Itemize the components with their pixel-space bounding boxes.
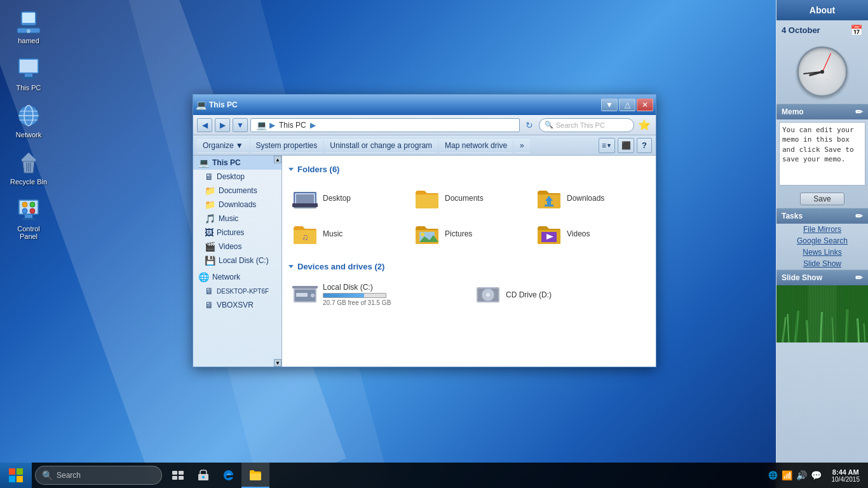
- pictures-folder-icon: [414, 221, 440, 247]
- desktop-icon-this-pc[interactable]: This PC: [6, 53, 51, 94]
- nav-item-documents[interactable]: 📁 Documents: [193, 184, 281, 198]
- desktop-folder-label: Desktop: [323, 194, 351, 203]
- recent-locations-button[interactable]: ▼: [233, 118, 248, 132]
- folder-item-desktop[interactable]: Desktop: [288, 183, 405, 214]
- folder-item-downloads[interactable]: Downloads: [532, 183, 649, 214]
- control-panel-icon: [16, 197, 41, 222]
- window-minimize-button[interactable]: ▼: [601, 98, 618, 111]
- folders-section-header: Folders (6): [288, 162, 649, 177]
- window-maximize-button[interactable]: △: [619, 98, 635, 111]
- folders-section-title[interactable]: Folders (6): [297, 165, 339, 174]
- slideshow-settings-icon[interactable]: ✏: [855, 273, 863, 283]
- help-button[interactable]: ?: [637, 138, 652, 153]
- forward-button[interactable]: ▶: [215, 118, 230, 132]
- search-box[interactable]: 🔍 Search This PC: [539, 118, 634, 132]
- refresh-button[interactable]: ↻: [522, 118, 536, 132]
- folder-item-music[interactable]: ♫ Music: [288, 219, 405, 249]
- task-view-button[interactable]: [165, 463, 191, 488]
- task-file-mirrors[interactable]: File Mirrors: [776, 224, 868, 235]
- nav-item-desktop[interactable]: 🖥 Desktop: [193, 170, 281, 184]
- nav-item-network[interactable]: 🌐 Network: [193, 270, 281, 284]
- nav-scroll-down-button[interactable]: ▼: [274, 359, 281, 367]
- edge-button[interactable]: [216, 463, 241, 488]
- taskbar-right: 🌐 📶 🔊 💬 8:44 AM 10/4/2015: [763, 468, 869, 483]
- store-button[interactable]: [191, 463, 216, 488]
- desktop-icon-network[interactable]: Network: [6, 100, 51, 141]
- folder-item-documents[interactable]: Documents: [410, 183, 527, 214]
- address-path[interactable]: 💻 ▶ This PC ▶: [250, 118, 520, 132]
- favorites-button[interactable]: ⭐: [637, 118, 652, 132]
- nav-item-vboxsvr[interactable]: 🖥 VBOXSVR: [193, 298, 281, 312]
- svg-point-22: [22, 208, 27, 214]
- preview-pane-button[interactable]: ⬛: [618, 138, 634, 153]
- svg-line-58: [821, 312, 822, 342]
- nav-item-desktop-computer[interactable]: 🖥 DESKTOP-KPT6F: [193, 284, 281, 298]
- system-properties-button[interactable]: System properties: [250, 138, 323, 153]
- organize-button[interactable]: Organize ▼: [197, 138, 249, 153]
- svg-line-59: [832, 317, 834, 342]
- taskbar-search-box[interactable]: 🔍 Search: [35, 466, 162, 485]
- system-clock[interactable]: 8:44 AM 10/4/2015: [827, 468, 865, 483]
- memo-save-label: Save: [813, 194, 831, 203]
- widget-about: About 4 October 📅: [776, 0, 868, 104]
- uninstall-button[interactable]: Uninstall or change a program: [324, 138, 438, 153]
- desktop-icon-recycle-bin[interactable]: Recycle Bin: [6, 147, 51, 188]
- nav-item-downloads[interactable]: 📁 Downloads: [193, 198, 281, 212]
- more-button[interactable]: »: [514, 138, 530, 153]
- nav-item-this-pc[interactable]: 💻 This PC: [193, 156, 281, 170]
- folders-grid: Desktop Documents: [288, 183, 649, 249]
- tasks-edit-icon[interactable]: ✏: [855, 211, 863, 221]
- network-tray-icon[interactable]: 📶: [782, 470, 792, 480]
- uninstall-label: Uninstall or change a program: [330, 141, 432, 150]
- change-view-button[interactable]: ≡ ▼: [599, 138, 615, 153]
- nav-item-local-disk-c[interactable]: 💾 Local Disk (C:): [193, 254, 281, 268]
- address-this-pc: This PC: [279, 121, 306, 130]
- widget-date: 4 October 📅: [776, 20, 868, 40]
- nav-item-label-network: Network: [212, 273, 240, 281]
- nav-item-videos[interactable]: 🎬 Videos: [193, 240, 281, 254]
- drives-grid: Local Disk (C:) 20.7 GB free of 31.5 GB: [288, 280, 649, 309]
- desktop-icon-hamed[interactable]: hamed: [6, 6, 51, 47]
- map-network-button[interactable]: Map network drive: [439, 138, 513, 153]
- task-news-links[interactable]: News Links: [776, 247, 868, 258]
- task-slide-show[interactable]: Slide Show: [776, 258, 868, 269]
- file-explorer-taskbar-button[interactable]: [241, 463, 269, 488]
- window-close-button[interactable]: ✕: [637, 98, 653, 111]
- nav-item-pictures[interactable]: 🖼 Pictures: [193, 226, 281, 240]
- devices-section-title[interactable]: Devices and drives (2): [297, 262, 384, 271]
- devices-section-header: Devices and drives (2): [288, 259, 649, 274]
- memo-save-area: Save: [776, 190, 868, 208]
- desktop-icon-control-panel[interactable]: Control Panel: [6, 194, 51, 243]
- drive-name-cd-d: CD Drive (D:): [506, 290, 552, 299]
- nav-item-music[interactable]: 🎵 Music: [193, 212, 281, 226]
- nav-scroll-up-button[interactable]: ▲: [274, 156, 281, 163]
- drive-item-local-c[interactable]: Local Disk (C:) 20.7 GB free of 31.5 GB: [288, 280, 466, 309]
- music-folder-icon: ♫: [292, 221, 318, 247]
- svg-marker-13: [22, 152, 35, 159]
- svg-rect-53: [837, 285, 869, 342]
- notification-icon[interactable]: 💬: [811, 470, 822, 480]
- memo-save-button[interactable]: Save: [800, 193, 844, 205]
- window-title: This PC: [209, 100, 601, 109]
- window-controls: ▼ △ ✕: [601, 98, 653, 111]
- toolbar-right: ≡ ▼ ⬛ ?: [599, 138, 652, 153]
- folder-item-videos[interactable]: Videos: [532, 219, 649, 249]
- volume-icon[interactable]: 🔊: [796, 470, 807, 480]
- back-button[interactable]: ◀: [197, 118, 212, 132]
- widget-memo: Memo ✏ You can edit your memo in this bo…: [776, 104, 868, 208]
- drive-item-cd-d[interactable]: CD Drive (D:): [471, 280, 649, 309]
- svg-line-57: [807, 320, 808, 342]
- svg-rect-33: [547, 201, 551, 205]
- task-google-search[interactable]: Google Search: [776, 235, 868, 247]
- svg-point-3: [27, 29, 31, 33]
- address-part-text: ▶: [269, 121, 275, 130]
- svg-rect-66: [17, 476, 23, 482]
- calendar-icon[interactable]: 📅: [850, 24, 863, 36]
- memo-textarea[interactable]: You can edit your memo in this box and c…: [779, 122, 865, 186]
- nav-item-label-vboxsvr: VBOXSVR: [217, 301, 254, 309]
- start-button[interactable]: [0, 463, 32, 488]
- svg-rect-52: [776, 285, 808, 342]
- memo-edit-icon[interactable]: ✏: [855, 107, 863, 117]
- language-icon[interactable]: 🌐: [768, 471, 778, 480]
- folder-item-pictures[interactable]: Pictures: [410, 219, 527, 249]
